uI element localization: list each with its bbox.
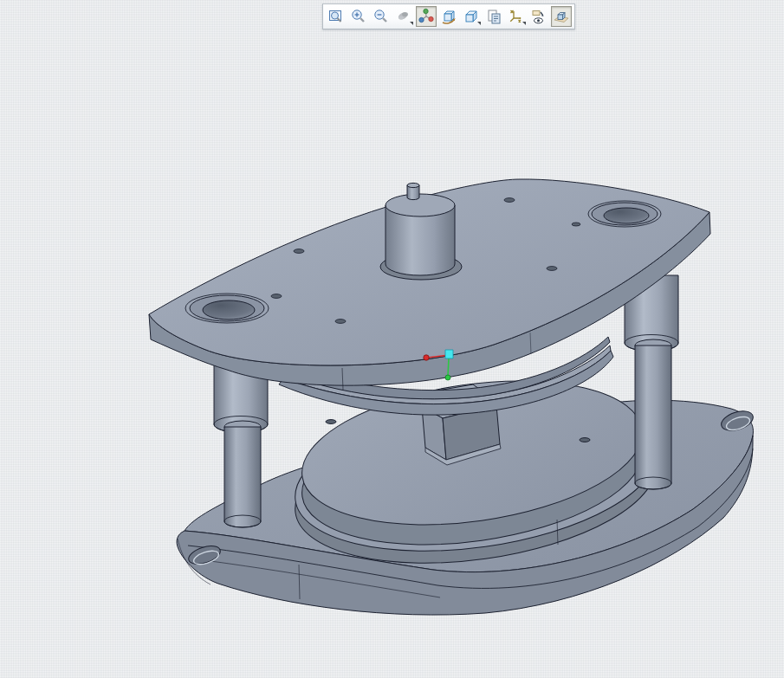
die-dowel-hole-right[interactable] [580,438,590,442]
view-toolbar [322,3,575,29]
dropdown-arrow-icon [477,22,481,25]
x-axis-tip [424,355,429,360]
shaded-cube-icon [553,8,570,25]
zoom-out-button[interactable] [371,6,392,27]
origin-marker [445,350,453,358]
pan-button[interactable] [393,6,414,27]
orientation-triad-button[interactable] [416,6,437,27]
rotate-view-button[interactable] [438,6,459,27]
display-style-icon [485,8,502,25]
counterbore-hole-right[interactable] [588,201,661,227]
display-style-button[interactable] [483,6,504,27]
cad-application-window [0,0,784,678]
hide-show-items-button[interactable] [506,6,527,27]
zoom-to-area-button[interactable] [326,6,347,27]
standard-views-button[interactable] [461,6,482,27]
zoom-in-button[interactable] [348,6,369,27]
shaded-with-edges-button[interactable] [551,6,572,27]
visibility-button[interactable] [528,6,549,27]
visibility-icon [530,8,548,25]
zoom-in-icon [350,8,367,25]
y-axis-tip [445,375,450,380]
counterbore-hole-left[interactable] [185,294,269,323]
guide-pillar-left[interactable] [214,364,268,527]
zoom-out-icon [373,8,390,25]
rotate-view-icon [440,8,457,25]
zoom-to-area-icon [327,8,345,25]
die-dowel-hole-left[interactable] [326,420,336,424]
orientation-triad-icon [418,8,435,25]
dropdown-arrow-icon [522,22,526,25]
dropdown-arrow-icon [410,22,413,25]
viewport-3d[interactable] [0,0,784,678]
